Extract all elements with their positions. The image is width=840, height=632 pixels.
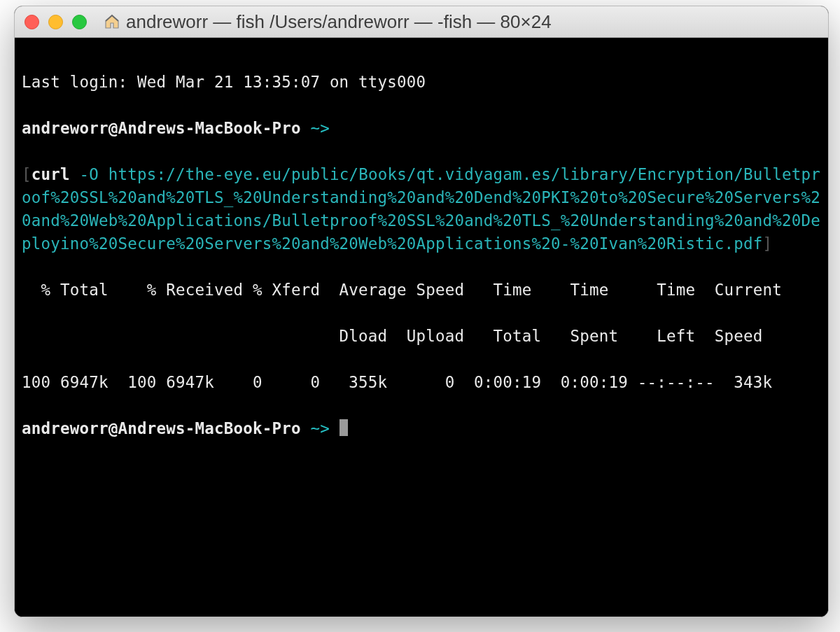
prompt-tilde: ~> bbox=[310, 419, 339, 437]
traffic-lights bbox=[24, 15, 87, 29]
cursor-icon bbox=[340, 419, 348, 436]
maximize-icon[interactable] bbox=[72, 15, 87, 29]
curl-command: [curl -O https://the-eye.eu/public/Books… bbox=[22, 163, 821, 255]
prompt-user: andreworr@Andrews-MacBook-Pro bbox=[22, 419, 310, 437]
curl-url: https://the-eye.eu/public/Books/qt.vidya… bbox=[22, 165, 820, 253]
prompt-user: andreworr@Andrews-MacBook-Pro bbox=[22, 119, 310, 137]
curl-flag: -O bbox=[70, 165, 108, 183]
last-login-line: Last login: Wed Mar 21 13:35:07 on ttys0… bbox=[22, 71, 821, 94]
home-icon bbox=[104, 13, 120, 30]
window-title-area: andreworr — fish /Users/andreworr — -fis… bbox=[104, 11, 818, 33]
minimize-icon[interactable] bbox=[48, 15, 63, 29]
close-icon[interactable] bbox=[24, 15, 39, 29]
terminal-viewport[interactable]: Last login: Wed Mar 21 13:35:07 on ttys0… bbox=[15, 38, 828, 617]
curl-header-2: Dload Upload Total Spent Left Speed bbox=[22, 325, 821, 348]
prompt-1: andreworr@Andrews-MacBook-Pro ~> bbox=[22, 117, 821, 140]
curl-header-1: % Total % Received % Xferd Average Speed… bbox=[22, 279, 821, 302]
curl-values: 100 6947k 100 6947k 0 0 355k 0 0:00:19 0… bbox=[22, 371, 821, 394]
bracket-open: [ bbox=[22, 165, 31, 183]
window-title: andreworr — fish /Users/andreworr — -fis… bbox=[126, 11, 552, 33]
prompt-tilde: ~> bbox=[310, 119, 330, 137]
terminal-window: andreworr — fish /Users/andreworr — -fis… bbox=[14, 6, 829, 617]
prompt-2[interactable]: andreworr@Andrews-MacBook-Pro ~> bbox=[22, 417, 821, 440]
titlebar[interactable]: andreworr — fish /Users/andreworr — -fis… bbox=[15, 6, 828, 38]
bracket-close: ] bbox=[762, 234, 772, 253]
curl-word: curl bbox=[31, 165, 70, 183]
